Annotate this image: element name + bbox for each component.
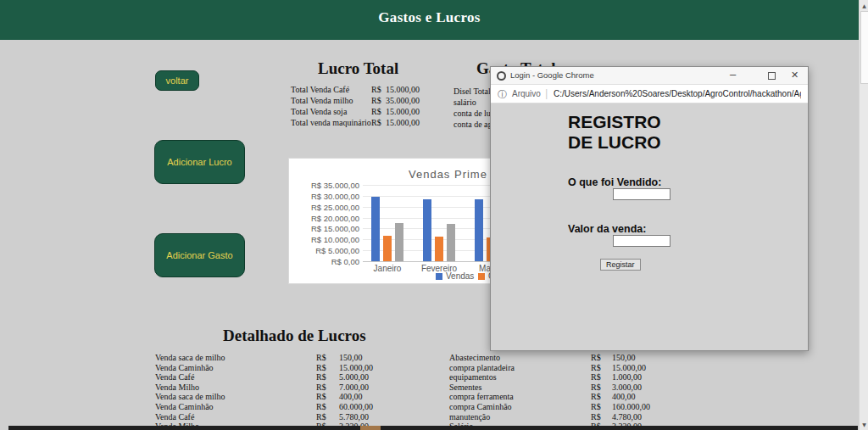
chart-ytick-label: R$ 5.000,00 bbox=[288, 246, 359, 255]
sold-input[interactable] bbox=[613, 188, 670, 200]
lucro-total-row-currency: R$ bbox=[371, 107, 381, 116]
detalhado-gasto-row-label: Sementes bbox=[449, 383, 481, 392]
chrome-icon bbox=[497, 71, 506, 81]
chart-ytick-label: R$ 10.000,00 bbox=[288, 235, 359, 244]
chart-xtick-label: Janeiro bbox=[362, 264, 413, 273]
detalhado-lucro-row-label: Venda Café bbox=[155, 372, 194, 382]
lucro-total-row-currency: R$ bbox=[371, 85, 381, 94]
minimize-button[interactable]: – bbox=[730, 68, 736, 81]
detalhado-lucro-row-currency: R$ bbox=[316, 353, 326, 362]
chart-bar bbox=[447, 224, 455, 261]
detalhado-lucro-row-value: 7.000,00 bbox=[339, 383, 369, 392]
gasto-total-row-label: conta de luz bbox=[453, 109, 494, 118]
detalhado-gasto-row-value: 150,00 bbox=[612, 353, 636, 362]
lucro-total-row-label: Total venda maquinário bbox=[291, 118, 371, 127]
detalhado-lucro-row-label: Venda saca de milho bbox=[155, 392, 225, 401]
chart-bar bbox=[423, 199, 431, 261]
close-button[interactable]: ✕ bbox=[791, 70, 798, 81]
detalhado-gasto-row-currency: R$ bbox=[591, 392, 601, 401]
detalhado-gasto-row-value: 15.000,00 bbox=[612, 363, 646, 372]
detalhado-gasto-row-currency: R$ bbox=[591, 383, 601, 392]
scrollbar-thumb[interactable] bbox=[860, 11, 868, 84]
popup-titlebar[interactable]: Login - Google Chrome – ✕ bbox=[491, 67, 808, 85]
lucro-total-row-value: 15.000,00 bbox=[386, 118, 420, 127]
detalhado-gasto-row-value: 160.000,00 bbox=[612, 402, 650, 411]
page-info-icon[interactable]: ⓘ bbox=[498, 88, 507, 101]
detalhado-gasto-row-currency: R$ bbox=[591, 363, 601, 372]
chart-ytick-label: R$ 35.000,00 bbox=[288, 181, 359, 190]
bottom-divider bbox=[8, 426, 858, 430]
registro-heading-line2: DE LUCRO bbox=[568, 132, 661, 153]
detalhado-gasto-row-label: compra plantadeira bbox=[449, 363, 515, 372]
detalhado-gasto-row-label: equipamentos bbox=[449, 372, 497, 382]
detalhado-lucro-row-label: Venda Caminhão bbox=[155, 363, 214, 372]
detalhado-gasto-row-currency: R$ bbox=[591, 402, 601, 411]
value-input[interactable] bbox=[613, 235, 670, 247]
lucro-total-row-currency: R$ bbox=[371, 118, 381, 127]
legend-swatch-vendas bbox=[436, 273, 442, 280]
detalhado-lucro-row-value: 15.000,00 bbox=[339, 363, 373, 372]
detalhado-lucro-row-label: Venda Caminhão bbox=[155, 402, 214, 411]
detalhado-lucro-row-value: 60.000,00 bbox=[339, 402, 373, 411]
lucro-total-row-value: 35.000,00 bbox=[386, 96, 420, 105]
scroll-down-arrow-icon[interactable]: ▼ bbox=[860, 419, 868, 430]
scroll-up-arrow-icon[interactable]: ▲ bbox=[860, 0, 868, 11]
chart-ytick-label: R$ 25.000,00 bbox=[288, 203, 359, 212]
gasto-total-row-label: Disel Total bbox=[453, 87, 491, 96]
chart-ytick-label: R$ 20.000,00 bbox=[288, 214, 359, 223]
detalhado-gasto-row-label: manutenção bbox=[449, 412, 490, 422]
detalhado-lucro-row-label: Venda saca de milho bbox=[155, 353, 225, 362]
maximize-button[interactable] bbox=[768, 72, 776, 80]
detalhado-gasto-row-value: 4.780,00 bbox=[612, 412, 642, 422]
lucro-total-row-label: Total Venda milho bbox=[291, 96, 353, 105]
detalhado-lucro-row-label: Venda Milho bbox=[155, 383, 199, 392]
popup-window-title: Login - Google Chrome bbox=[510, 70, 594, 80]
sold-field-label: O que foi Vendido: bbox=[568, 176, 661, 188]
login-popup-window: Login - Google Chrome – ✕ ⓘ Arquivo | C:… bbox=[490, 66, 809, 351]
addressbar-separator: | bbox=[545, 87, 548, 99]
detalhado-lucro-row-currency: R$ bbox=[316, 363, 326, 372]
chart-ytick-label: R$ 15.000,00 bbox=[288, 224, 359, 233]
legend-label-vendas: Vendas bbox=[446, 271, 474, 281]
arquivo-menu-item[interactable]: Arquivo bbox=[512, 89, 541, 98]
lucro-total-row-currency: R$ bbox=[371, 96, 381, 105]
detalhado-lucro-row-label: Venda Café bbox=[155, 412, 194, 422]
value-field-label: Valor da venda: bbox=[568, 223, 646, 235]
vertical-scrollbar[interactable]: ▲ ▼ bbox=[859, 0, 868, 430]
chart-bar bbox=[395, 223, 403, 261]
chart-bar bbox=[371, 197, 380, 261]
chart-ytick-label: R$ 0,00 bbox=[288, 257, 359, 266]
detalhado-gasto-row-value: 400,00 bbox=[612, 392, 636, 401]
registro-heading-line1: REGISTRO bbox=[568, 112, 661, 132]
bottom-divider-accent bbox=[360, 426, 381, 430]
address-url[interactable]: C:/Users/Anderson%20Soares/Desktop/AgroC… bbox=[554, 89, 801, 98]
chart-bar bbox=[475, 199, 483, 261]
detalhado-lucro-row-value: 400,00 bbox=[339, 392, 363, 401]
lucro-total-row-value: 15.000,00 bbox=[386, 85, 420, 94]
detalhado-gasto-row-label: compra ferramenta bbox=[449, 392, 514, 401]
detalhado-gasto-row-value: 1.000,00 bbox=[612, 372, 642, 382]
chart-bar bbox=[435, 237, 443, 261]
detalhado-lucro-row-currency: R$ bbox=[316, 412, 326, 422]
detalhado-lucro-row-value: 5.000,00 bbox=[339, 372, 369, 382]
detalhado-gasto-row-currency: R$ bbox=[591, 353, 601, 362]
detalhado-gasto-row-label: compra Caminhão bbox=[449, 402, 512, 411]
gasto-total-row-label: salário bbox=[453, 98, 476, 107]
detalhado-lucro-row-value: 150,00 bbox=[339, 353, 363, 362]
detalhado-gasto-row-currency: R$ bbox=[591, 372, 601, 382]
detalhado-lucro-row-currency: R$ bbox=[316, 372, 326, 382]
detalhado-lucro-row-currency: R$ bbox=[316, 392, 326, 401]
detalhado-lucro-row-currency: R$ bbox=[316, 402, 326, 411]
lucro-total-row-label: Total Venda soja bbox=[291, 107, 347, 116]
registar-button[interactable]: Registar bbox=[600, 259, 641, 271]
legend-swatch-2 bbox=[478, 273, 485, 280]
detalhado-gasto-row-label: Abastecimento bbox=[449, 353, 500, 362]
detalhado-lucro-row-value: 5.780,00 bbox=[339, 412, 369, 422]
detalhado-gasto-row-currency: R$ bbox=[591, 412, 601, 422]
chart-ytick-label: R$ 30.000,00 bbox=[288, 192, 359, 201]
chart-bar bbox=[383, 236, 392, 261]
detalhado-lucro-row-currency: R$ bbox=[316, 383, 326, 392]
popup-addressbar: ⓘ Arquivo | C:/Users/Anderson%20Soares/D… bbox=[491, 85, 808, 103]
lucro-total-row-value: 15.000,00 bbox=[386, 107, 420, 116]
detalhado-gasto-row-value: 3.000,00 bbox=[612, 383, 642, 392]
